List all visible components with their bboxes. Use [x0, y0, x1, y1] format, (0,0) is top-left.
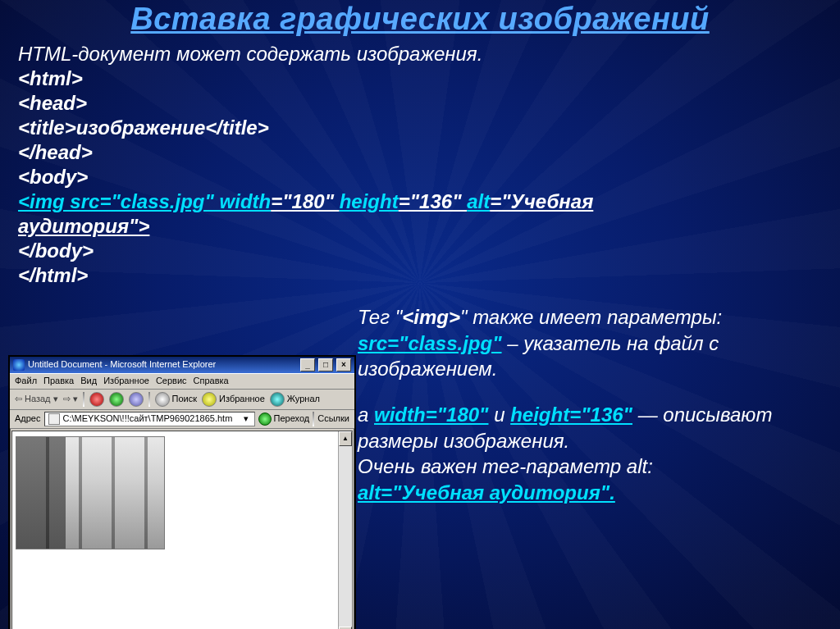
code-line: </html>	[18, 263, 822, 288]
go-icon	[258, 412, 272, 426]
slide-content: HTML-документ может содержать изображени…	[0, 37, 840, 288]
explanation: Тег "<img>" также имеет параметры: src="…	[358, 304, 817, 506]
code-line-img: <img src="class.jpg" width="180" height=…	[18, 189, 822, 239]
code-line: <head>	[18, 91, 822, 116]
menu-tools[interactable]: Сервис	[156, 376, 187, 387]
txt: и	[488, 403, 510, 426]
favorites-button[interactable]: Избранное	[202, 392, 265, 407]
img-alt-val2: аудитория">	[18, 215, 149, 237]
height-param: height="136"	[510, 403, 632, 426]
img-eq180: ="180"	[271, 190, 339, 212]
txt: а	[358, 403, 374, 426]
txt: Очень важен тег-параметр alt:	[358, 455, 653, 477]
address-label: Адрес	[15, 413, 41, 425]
slide-title: Вставка графических изображений	[0, 0, 840, 37]
stop-icon[interactable]	[89, 392, 104, 407]
alt-param: alt="Учебная аудитория".	[358, 481, 615, 504]
img-height: height	[340, 190, 399, 212]
menu-fav[interactable]: Избранное	[103, 376, 149, 387]
vertical-scrollbar[interactable]: ▲ ▼	[338, 431, 352, 629]
home-icon[interactable]	[129, 392, 144, 407]
search-button[interactable]: Поиск	[155, 392, 197, 407]
intro-text: HTML-документ может содержать изображени…	[18, 42, 822, 66]
address-input[interactable]: C:\MEYKSON\!!!сайт\TMP969021865.htm ▾	[44, 412, 255, 426]
src-param: src="class.jpg"	[358, 332, 502, 354]
journal-button[interactable]: Журнал	[270, 392, 320, 407]
img-eq136: ="136"	[399, 190, 467, 212]
ie-titlebar: Untitled Document - Microsoft Internet E…	[10, 357, 354, 373]
address-dropdown-icon[interactable]: ▾	[241, 413, 251, 425]
forward-button[interactable]: ⇨ ▾	[63, 394, 78, 405]
clock-icon	[270, 392, 285, 407]
ie-viewport: ▲ ▼	[11, 431, 353, 629]
go-button[interactable]: Переход	[258, 412, 310, 426]
menu-view[interactable]: Вид	[80, 376, 97, 387]
toolbar-sep	[148, 392, 150, 407]
ie-addressbar: Адрес C:\MEYKSON\!!!сайт\TMP969021865.ht…	[10, 410, 354, 429]
toolbar-sep	[83, 392, 84, 407]
search-icon	[155, 392, 170, 407]
img-tag: <img>	[402, 306, 460, 328]
ie-title-text: Untitled Document - Microsoft Internet E…	[28, 359, 297, 371]
code-line: <title>изображение</title>	[18, 116, 822, 140]
scroll-up-icon[interactable]: ▲	[339, 431, 352, 446]
code-line: </head>	[18, 140, 822, 165]
code-line: <html>	[18, 66, 822, 91]
img-alt-val1: ="Учебная	[490, 190, 593, 212]
ie-toolbar: ⇦ Назад ▾ ⇨ ▾ Поиск Избранное Журнал	[10, 390, 354, 410]
ie-window: Untitled Document - Microsoft Internet E…	[8, 355, 356, 629]
links-label[interactable]: Ссылки	[317, 413, 349, 425]
back-button[interactable]: ⇦ Назад ▾	[15, 394, 58, 405]
code-line: </body>	[18, 239, 822, 263]
width-param: width="180"	[374, 403, 488, 426]
img-alt: alt	[467, 190, 490, 212]
ie-menubar: Файл Правка Вид Избранное Сервис Справка	[10, 373, 354, 390]
ie-logo-icon	[13, 359, 25, 371]
star-icon	[202, 392, 217, 407]
menu-edit[interactable]: Правка	[43, 376, 74, 387]
img-src-width: <img src="class.jpg" width	[18, 190, 271, 212]
txt: " также имеет параметры:	[460, 306, 722, 328]
toolbar-sep	[313, 412, 314, 426]
classroom-image	[16, 436, 165, 549]
doc-icon	[48, 413, 60, 425]
txt: Тег "	[358, 306, 402, 328]
maximize-button[interactable]: □	[318, 358, 333, 371]
address-value: C:\MEYKSON\!!!сайт\TMP969021865.htm	[63, 413, 238, 425]
refresh-icon[interactable]	[109, 392, 124, 407]
minimize-button[interactable]: _	[300, 358, 315, 371]
menu-help[interactable]: Справка	[194, 376, 229, 387]
code-line: <body>	[18, 165, 822, 189]
menu-file[interactable]: Файл	[15, 376, 37, 387]
close-button[interactable]: ×	[336, 358, 351, 371]
code-block: <html> <head> <title>изображение</title>…	[18, 66, 822, 288]
